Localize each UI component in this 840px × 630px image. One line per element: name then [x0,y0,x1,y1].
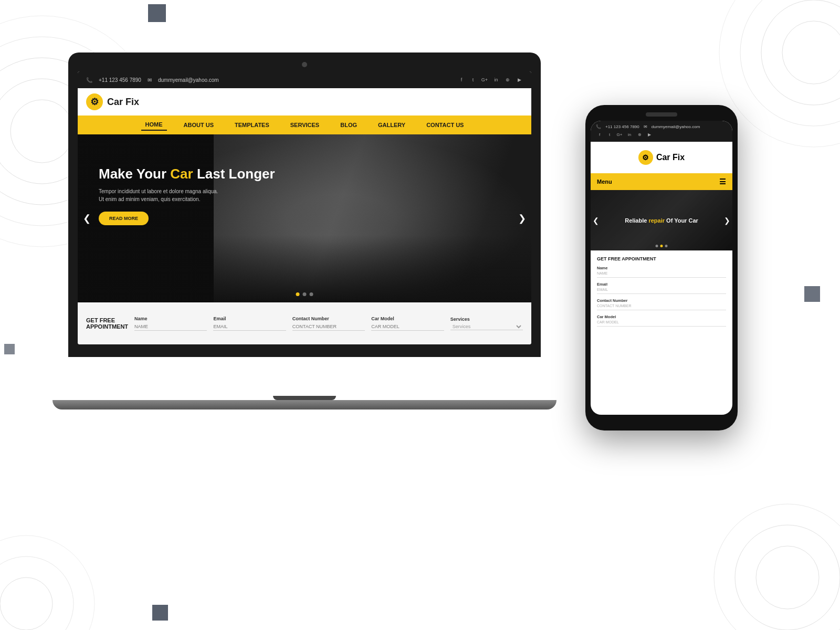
phone-form-carmodel-group: Car Model CAR MODEL [597,314,726,327]
phone-form-contact-label: Contact Number [597,298,726,303]
logo-text: Car Fix [107,97,139,108]
nav-contact[interactable]: CONTACT US [422,120,468,130]
form-contact-group: Contact Number [292,316,365,331]
social-googleplus: G+ [481,76,488,83]
phone-form-name-group: Name NAME [597,266,726,278]
phone-menu-label[interactable]: Menu [597,178,612,185]
hero-dot-2[interactable] [303,292,307,296]
social-linkedin: in [492,76,500,83]
phone-hero-highlight: repair [648,217,665,224]
phone-topbar-email-icon: ✉ [644,124,647,129]
nav-home[interactable]: HOME [141,119,167,131]
phone-topbar-phone: +11 123 456 7890 [605,124,639,129]
logo-gear-icon: ⚙ [86,93,103,110]
topbar-email: dummyemail@yahoo.com [158,77,219,83]
svg-point-0 [10,100,74,163]
laptop-camera [302,62,307,67]
appointment-label-line2: APPOINTMENT [86,323,128,330]
hero-dot-1[interactable] [296,292,300,296]
phone-social-rss: ⊕ [636,131,643,138]
laptop-screen: 📞 +11 123 456 7890 ✉ dummyemail@yahoo.co… [78,71,531,344]
topbar-social: f t G+ in ⊕ ▶ [458,76,523,83]
phone-notch [646,112,677,117]
form-email-input[interactable] [213,323,286,331]
social-rss: ⊕ [504,76,511,83]
form-carmodel-input[interactable] [371,323,444,331]
phone-hero-prev[interactable]: ❮ [593,216,599,225]
form-name-label: Name [134,316,207,321]
phone-social-gp: G+ [616,131,623,138]
form-services-label: Services [450,317,523,322]
phone-social-row: f t G+ in ⊕ ▶ [596,131,727,138]
topbar-left: 📞 +11 123 456 7890 ✉ dummyemail@yahoo.co… [86,77,219,83]
svg-point-7 [740,0,840,126]
read-more-button[interactable]: READ MORE [99,212,149,225]
phone-hero-suffix: Of Your Car [665,217,698,224]
deco-square-4 [152,605,168,621]
topbar-phone: +11 123 456 7890 [99,77,141,83]
appointment-form: GET FREE APPOINTMENT Name Email Contact … [78,302,531,344]
phone-social-fb: f [596,131,603,138]
phone-dot-1[interactable] [656,245,658,247]
phone-hero-text: Reliable repair Of Your Car [614,217,709,224]
phone-menu-icon[interactable]: ☰ [719,177,726,186]
social-twitter: t [469,76,477,83]
hero-title: Make Your Car Last Longer [99,166,510,182]
phone-form-contact-placeholder[interactable]: CONTACT NUMBER [597,304,726,308]
form-email-group: Email [213,316,286,331]
phone-appointment-form: GET FREE APPOINTMENT Name NAME Email EMA… [591,250,732,336]
phone-topbar-row1: 📞 +11 123 456 7890 ✉ dummyemail@yahoo.co… [596,124,727,129]
phone-mockup: 📞 +11 123 456 7890 ✉ dummyemail@yahoo.co… [585,105,738,430]
phone-logo-bar: ⚙ Car Fix [591,142,732,173]
hero-title-highlight: Car [170,166,193,182]
site-topbar: 📞 +11 123 456 7890 ✉ dummyemail@yahoo.co… [78,71,531,88]
form-name-input[interactable] [134,323,207,331]
phone-form-name-placeholder[interactable]: NAME [597,271,726,275]
svg-point-11 [714,504,840,630]
phone-social-in: in [626,131,633,138]
phone-hero-next[interactable]: ❯ [724,216,730,225]
site-header: ⚙ Car Fix [78,88,531,116]
form-contact-label: Contact Number [292,316,365,321]
phone-logo-gear: ⚙ [638,150,653,165]
appointment-label: GET FREE APPOINTMENT [86,317,128,330]
hero-dots [296,292,313,296]
nav-about[interactable]: ABOUT US [180,120,218,130]
phone-form-contact-group: Contact Number CONTACT NUMBER [597,298,726,310]
svg-point-9 [756,546,819,609]
phone-social-yt: ▶ [646,131,653,138]
phone-logo: ⚙ Car Fix [638,150,685,165]
nav-gallery[interactable]: GALLERY [374,120,410,130]
phone-form-carmodel-label: Car Model [597,314,726,319]
nav-blog[interactable]: BLOG [336,120,361,130]
topbar-email-icon: ✉ [148,77,152,83]
svg-point-10 [735,525,840,630]
form-services-select[interactable]: Services Oil Change Tire Rotation Brake … [450,323,523,330]
form-name-group: Name [134,316,207,331]
phone-dot-2[interactable] [660,245,663,247]
phone-logo-text: Car Fix [656,153,685,162]
deco-square-3 [4,344,15,354]
phone-hero: Reliable repair Of Your Car ❮ ❯ [591,190,732,250]
svg-point-6 [761,0,840,105]
phone-screen: 📞 +11 123 456 7890 ✉ dummyemail@yahoo.co… [591,121,732,415]
hero-prev-button[interactable]: ❮ [83,213,91,224]
phone-body: 📞 +11 123 456 7890 ✉ dummyemail@yahoo.co… [585,105,738,430]
deco-square-2 [804,286,820,302]
svg-point-12 [0,578,52,630]
phone-form-email-label: Email [597,282,726,287]
form-services-group: Services Services Oil Change Tire Rotati… [450,317,523,330]
form-carmodel-group: Car Model [371,316,444,331]
social-youtube: ▶ [516,76,523,83]
hero-content: Make Your Car Last Longer Tempor incidid… [78,134,531,236]
laptop-body: 📞 +11 123 456 7890 ✉ dummyemail@yahoo.co… [68,52,541,357]
phone-form-carmodel-placeholder[interactable]: CAR MODEL [597,320,726,324]
phone-form-email-placeholder[interactable]: EMAIL [597,288,726,291]
hero-dot-3[interactable] [310,292,313,296]
phone-menu-bar: Menu ☰ [591,173,732,190]
nav-services[interactable]: SERVICES [286,120,323,130]
hero-next-button[interactable]: ❯ [518,213,526,224]
form-contact-input[interactable] [292,323,365,331]
nav-templates[interactable]: TEMPLATES [230,120,274,130]
phone-dot-3[interactable] [665,245,668,247]
